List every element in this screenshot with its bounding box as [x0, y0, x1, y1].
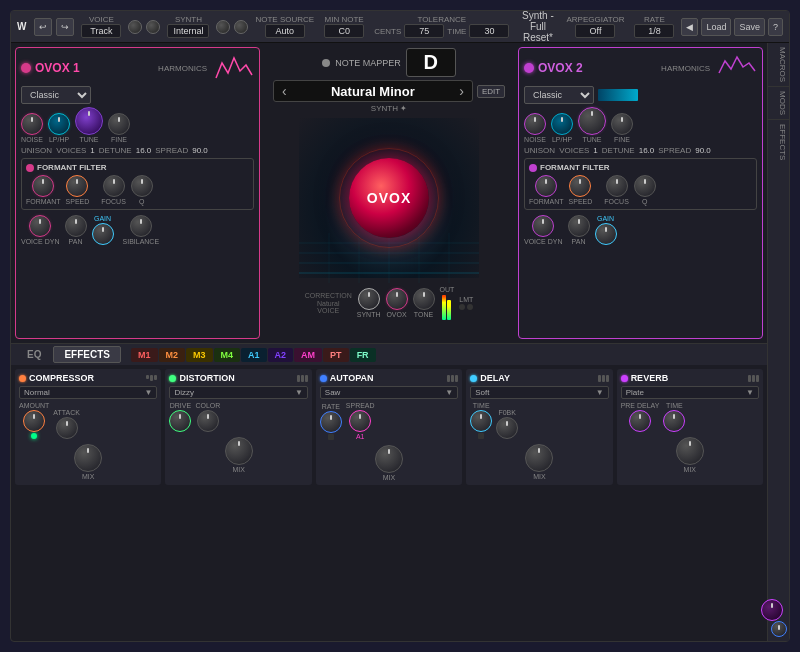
ovox1-speed-knob[interactable] [66, 175, 88, 197]
ovox2-formant-knob[interactable] [535, 175, 557, 197]
reverb-time-knob[interactable] [663, 410, 685, 432]
autopan-preset[interactable]: Saw ▼ [320, 386, 458, 399]
cents-value[interactable]: 75 [404, 24, 444, 38]
ovox2-tune-knob[interactable] [578, 107, 606, 135]
autopan-spread-knob[interactable] [349, 410, 371, 432]
ovox2-pan-knob[interactable] [568, 215, 590, 237]
autopan-mix-knob[interactable] [375, 445, 403, 473]
ovox1-fine-knob[interactable] [108, 113, 130, 135]
note-display[interactable]: D [406, 48, 456, 77]
ovox2-formant-knobs: FORMANT SPEED FOCUS [529, 175, 752, 205]
save-btn[interactable]: Save [734, 18, 765, 36]
distortion-drive-knob[interactable] [169, 410, 191, 432]
ovox1-noise-knob[interactable] [21, 113, 43, 135]
reverb-mix-knob[interactable] [676, 437, 704, 465]
mod-tab-m3[interactable]: M3 [186, 348, 213, 362]
ovox1-power-led[interactable] [21, 63, 31, 73]
distortion-mix-knob[interactable] [225, 437, 253, 465]
reverb-preset[interactable]: Plate ▼ [621, 386, 759, 399]
mod-tab-pt[interactable]: PT [323, 348, 349, 362]
ovox2-focus-knob[interactable] [606, 175, 628, 197]
ovox1-focus-knob[interactable] [103, 175, 125, 197]
scale-next-btn[interactable]: › [459, 83, 464, 99]
delay-preset[interactable]: Soft ▼ [470, 386, 608, 399]
delay-feedback-knob[interactable] [496, 417, 518, 439]
arp-value[interactable]: Off [575, 24, 615, 38]
compressor-attack-knob[interactable] [56, 417, 78, 439]
mod-tab-m4[interactable]: M4 [214, 348, 241, 362]
ovox1-lphp-knob[interactable] [48, 113, 70, 135]
ovox1-sibilance-label: SIBILANCE [123, 238, 160, 245]
ovox2-voicedyn-knob[interactable] [532, 215, 554, 237]
reverb-mix-row: MIX [621, 437, 759, 473]
mod-tab-a2[interactable]: A2 [268, 348, 294, 362]
tab-effects[interactable]: EFFECTS [53, 346, 121, 363]
distortion-color-knob[interactable] [197, 410, 219, 432]
synth-ctrl-knob[interactable] [358, 288, 380, 310]
time-value[interactable]: 30 [469, 24, 509, 38]
redo-btn[interactable]: ↪ [56, 18, 74, 36]
mod-tab-a1[interactable]: A1 [241, 348, 267, 362]
rate-value[interactable]: 1/8 [634, 24, 674, 38]
ovox2-power-led[interactable] [524, 63, 534, 73]
ovox1-formant-led[interactable] [26, 164, 34, 172]
ovox1-q-knob[interactable] [131, 175, 153, 197]
ovox2-gain-knob[interactable] [595, 223, 617, 245]
ovox1-pan-knob[interactable] [65, 215, 87, 237]
mods-sidebar-label[interactable]: MODS [768, 87, 789, 119]
drive-knob[interactable] [216, 20, 230, 34]
compressor-attack-col: ATTACK [53, 409, 80, 439]
mod-tab-m2[interactable]: M2 [159, 348, 186, 362]
gate-knob[interactable] [128, 20, 142, 34]
gain-knob[interactable] [146, 20, 160, 34]
synth-value[interactable]: Internal [167, 24, 209, 38]
autopan-spread-label: SPREAD [346, 402, 375, 409]
reverb-predelay-knob[interactable] [629, 410, 651, 432]
synth-gain-knob[interactable] [234, 20, 248, 34]
edit-btn[interactable]: EDIT [477, 85, 505, 98]
compressor-mix-knob[interactable] [74, 444, 102, 472]
compressor-amount-knob[interactable] [23, 410, 45, 432]
mod-tab-fr[interactable]: FR [350, 348, 376, 362]
distortion-preset[interactable]: Dizzy ▼ [169, 386, 307, 399]
reverb-extra-knob[interactable] [761, 599, 783, 621]
delay-time-knob[interactable] [470, 410, 492, 432]
autopan-led[interactable] [320, 375, 327, 382]
mod-tab-m1[interactable]: M1 [131, 348, 158, 362]
tab-eq[interactable]: EQ [17, 347, 51, 362]
load-btn[interactable]: Load [701, 18, 731, 36]
ovox1-tune-knob[interactable] [75, 107, 103, 135]
ovox-ctrl-knob[interactable] [386, 288, 408, 310]
tone-ctrl-knob[interactable] [413, 288, 435, 310]
sidebar-knob[interactable] [771, 621, 787, 637]
ovox1-preset-select[interactable]: Classic [21, 86, 91, 104]
prev-preset-btn[interactable]: ◀ [681, 18, 698, 36]
mod-tab-am[interactable]: AM [294, 348, 322, 362]
delay-mix-knob[interactable] [525, 444, 553, 472]
ovox1-formant-knob[interactable] [32, 175, 54, 197]
reverb-led[interactable] [621, 375, 628, 382]
ovox1-voicedyn-knob[interactable] [29, 215, 51, 237]
autopan-rate-knob[interactable] [320, 411, 342, 433]
help-btn[interactable]: ? [768, 18, 783, 36]
ovox2-noise-knob[interactable] [524, 113, 546, 135]
ovox2-formant-led[interactable] [529, 164, 537, 172]
ovox2-speed-knob[interactable] [569, 175, 591, 197]
undo-btn[interactable]: ↩ [34, 18, 52, 36]
macros-sidebar-label[interactable]: MACROS [768, 43, 789, 86]
ovox1-gain-knob[interactable] [92, 223, 114, 245]
voice-value[interactable]: Track [81, 24, 121, 38]
compressor-led[interactable] [19, 375, 26, 382]
ovox2-preset-select[interactable]: Classic [524, 86, 594, 104]
min-note-value[interactable]: C0 [324, 24, 364, 38]
ovox1-sibilance-knob[interactable] [130, 215, 152, 237]
scale-prev-btn[interactable]: ‹ [282, 83, 287, 99]
ovox2-q-knob[interactable] [634, 175, 656, 197]
ovox2-fine-knob[interactable] [611, 113, 633, 135]
delay-led[interactable] [470, 375, 477, 382]
note-source-value[interactable]: Auto [265, 24, 305, 38]
ovox2-lphp-knob[interactable] [551, 113, 573, 135]
effects-sidebar-label[interactable]: EFFECTS [768, 120, 789, 164]
distortion-led[interactable] [169, 375, 176, 382]
compressor-preset[interactable]: Normal ▼ [19, 386, 157, 399]
